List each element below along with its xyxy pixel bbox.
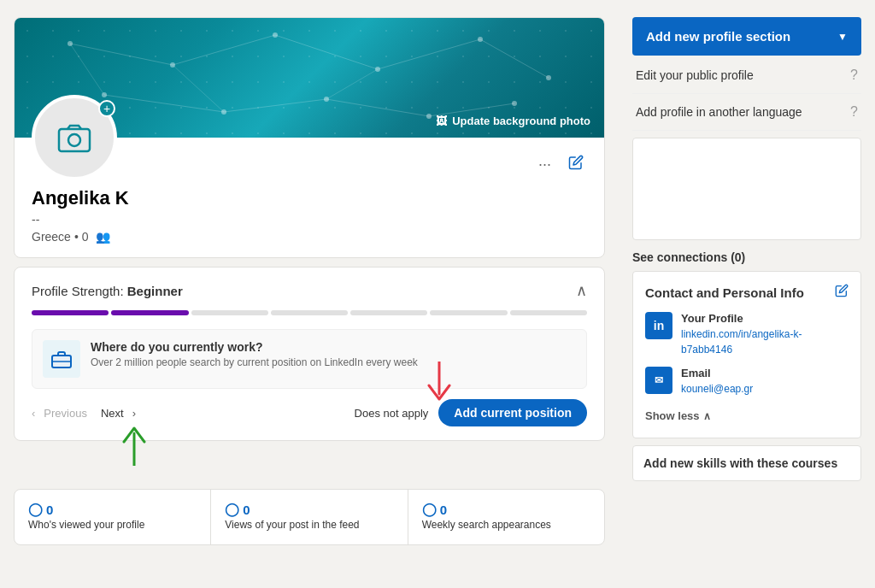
stats-row: ◯ 0 Who's viewed your profile ◯ 0 Views … [14, 489, 605, 545]
svg-line-12 [173, 35, 275, 65]
profile-strength-card: Profile Strength: Beginner ∧ Where d [14, 267, 605, 441]
post-views-icon: ◯ [225, 502, 239, 517]
svg-line-13 [275, 35, 378, 69]
progress-segment-7 [510, 310, 587, 315]
strength-item-desc: Over 2 million people search by current … [91, 356, 418, 368]
connections-label: See connections (0) [632, 250, 861, 264]
svg-line-15 [480, 39, 549, 78]
help-icon-2: ? [850, 104, 858, 120]
svg-point-8 [324, 97, 329, 102]
svg-point-5 [546, 75, 551, 80]
email-item: ✉ Email kouneli@eap.gr [645, 367, 849, 396]
post-views-stat[interactable]: ◯ 0 Views of your post in the feed [211, 490, 408, 544]
progress-segment-1 [32, 310, 109, 315]
profile-views-count: 0 [46, 503, 53, 517]
search-appearances-count: 0 [440, 503, 447, 517]
pencil-icon [568, 155, 584, 170]
camera-icon [56, 119, 93, 156]
linkedin-profile-url[interactable]: linkedin.com/in/angelika-k-b7abb4146 [681, 328, 802, 356]
profile-views-stat[interactable]: ◯ 0 Who's viewed your profile [15, 490, 211, 544]
pencil-icon-2 [835, 284, 849, 297]
more-options-button[interactable]: ··· [535, 152, 555, 177]
avatar-wrap[interactable]: + [32, 95, 117, 180]
search-appearances-stat[interactable]: ◯ 0 Weekly search appearances [408, 490, 604, 544]
svg-rect-23 [59, 129, 90, 151]
post-views-label: Views of your post in the feed [225, 519, 393, 532]
strength-nav-outer: ‹ Previous Next › Does not apply Add cur… [32, 399, 587, 426]
edit-contact-button[interactable] [835, 284, 849, 302]
contact-section-title: Contact and Personal Info [645, 285, 804, 300]
progress-segment-3 [191, 310, 268, 315]
post-views-count: 0 [243, 503, 250, 517]
add-skills-title: Add new skills with these courses [643, 456, 850, 470]
svg-point-3 [375, 67, 380, 72]
svg-point-1 [170, 62, 175, 68]
next-button[interactable]: Next [96, 403, 129, 423]
progress-bar [32, 310, 587, 315]
profile-body: ··· + Angelika K [15, 138, 604, 257]
chevron-down-icon: ▼ [837, 31, 848, 43]
your-profile-label: Your Profile [681, 312, 849, 325]
strength-item-title: Where do you currently work? [91, 340, 418, 354]
show-less-label: Show less [645, 409, 700, 422]
add-skills-section: Add new skills with these courses [632, 445, 861, 481]
add-language-label: Add profile in another language [636, 105, 802, 119]
contact-section-header: Contact and Personal Info [645, 284, 849, 302]
linkedin-icon: in [645, 312, 672, 339]
nav-buttons: ‹ Previous Next › [32, 403, 136, 423]
add-current-position-button[interactable]: Add current position [438, 399, 587, 426]
svg-point-24 [68, 134, 80, 146]
svg-line-11 [70, 44, 173, 65]
collapse-strength-button[interactable]: ∧ [576, 281, 587, 300]
sidebar-empty-box [632, 138, 861, 240]
search-appearances-label: Weekly search appearances [422, 519, 590, 532]
edit-profile-button[interactable] [565, 151, 587, 178]
strength-text: Where do you currently work? Over 2 mill… [91, 340, 418, 368]
svg-line-20 [70, 44, 104, 95]
svg-line-18 [326, 99, 429, 116]
progress-segment-4 [271, 310, 348, 315]
svg-point-4 [478, 37, 483, 42]
strength-header: Profile Strength: Beginner ∧ [32, 281, 587, 300]
connections-icon: 👥 [96, 230, 110, 244]
linkedin-profile-details: Your Profile linkedin.com/in/angelika-k-… [681, 312, 849, 356]
linkedin-profile-item: in Your Profile linkedin.com/in/angelika… [645, 312, 849, 356]
add-profile-language-link[interactable]: Add profile in another language ? [632, 94, 861, 131]
svg-point-7 [221, 109, 226, 115]
update-background-button[interactable]: 🖼 Update background photo [436, 115, 590, 127]
next-chevron: › [132, 407, 136, 420]
svg-line-22 [326, 69, 378, 99]
does-not-apply-button[interactable]: Does not apply [355, 407, 429, 420]
strength-title: Profile Strength: Beginner [32, 284, 183, 298]
strength-suggestion-item: Where do you currently work? Over 2 mill… [32, 329, 587, 389]
help-icon: ? [850, 68, 858, 83]
work-icon [43, 340, 80, 378]
email-icon: ✉ [645, 367, 672, 394]
edit-public-profile-label: Edit your public profile [636, 68, 754, 82]
svg-point-9 [426, 114, 432, 119]
add-profile-section-button[interactable]: Add new profile section ▼ [632, 17, 861, 56]
svg-line-14 [378, 39, 480, 69]
show-less-button[interactable]: Show less ∧ [645, 406, 711, 426]
profile-card: 🖼 Update background photo ··· [14, 17, 605, 258]
nav-right: Does not apply Add current position [355, 399, 587, 426]
sidebar: Add new profile section ▼ Edit your publ… [619, 0, 875, 588]
email-label: Email [681, 367, 753, 379]
contact-info-section: Contact and Personal Info in Your Profil… [632, 271, 861, 438]
update-bg-label: Update background photo [452, 115, 590, 127]
edit-public-profile-link[interactable]: Edit your public profile ? [632, 57, 861, 94]
progress-segment-2 [111, 310, 188, 315]
profile-views-label: Who's viewed your profile [28, 519, 197, 532]
svg-line-21 [173, 65, 224, 112]
add-profile-section-label: Add new profile section [646, 29, 790, 44]
avatar-plus-icon: + [98, 100, 115, 117]
email-value[interactable]: kouneli@eap.gr [681, 383, 753, 395]
svg-line-16 [104, 95, 224, 112]
profile-location: Greece • 0 👥 [32, 230, 587, 244]
progress-segment-5 [350, 310, 427, 315]
svg-point-0 [68, 41, 73, 46]
profile-name: Angelika K [32, 187, 587, 209]
prev-chevron: ‹ [32, 407, 35, 420]
svg-point-2 [273, 32, 278, 38]
previous-button[interactable]: Previous [38, 403, 92, 423]
